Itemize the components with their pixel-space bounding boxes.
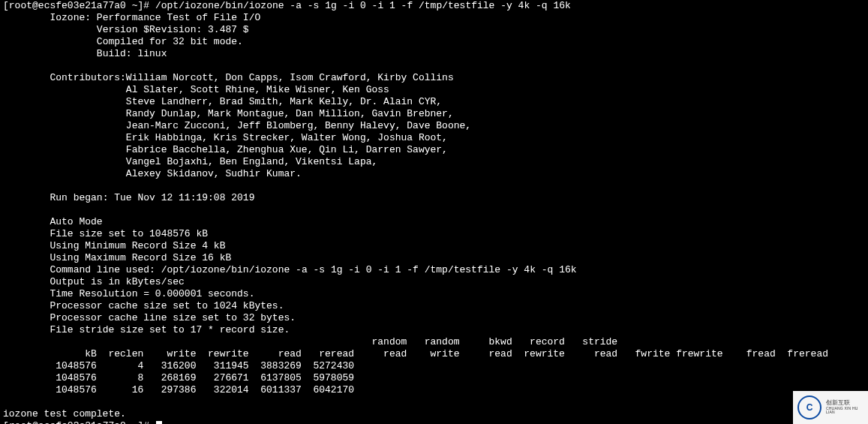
contributors-line-6: Fabrice Bacchella, Zhenghua Xue, Qin Li,… (0, 144, 868, 156)
iozone-title: Iozone: Performance Test of File I/O (0, 12, 868, 24)
blank-line (0, 396, 868, 408)
table-row: 1048576 8 268169 276671 6137805 5978059 (0, 372, 868, 384)
contributors-line-4: Jean-Marc Zucconi, Jeff Blomberg, Benny … (0, 120, 868, 132)
watermark-text: 创新互联 CHUANG XIN HU LIAN (826, 400, 863, 415)
setting-line: Command line used: /opt/iozone/bin/iozon… (0, 264, 868, 276)
watermark-logo-icon: C (797, 395, 821, 419)
blank-line (0, 60, 868, 72)
iozone-compiled: Compiled for 32 bit mode. (0, 36, 868, 48)
table-row: 1048576 16 297386 322014 6011337 6042170 (0, 384, 868, 396)
prompt-user: root (9, 0, 32, 11)
contributors-line-2: Steve Landherr, Brad Smith, Mark Kelly, … (0, 96, 868, 108)
table-header-row-1: random random bkwd record stride (0, 336, 868, 348)
contributors-line-5: Erik Habbinga, Kris Strecker, Walter Won… (0, 132, 868, 144)
setting-line: Processor cache line size set to 32 byte… (0, 312, 868, 324)
setting-line: File stride size set to 17 * record size… (0, 324, 868, 336)
table-row: 1048576 4 316200 311945 3883269 5272430 (0, 360, 868, 372)
contributors-line-1: Al Slater, Scott Rhine, Mike Wisner, Ken… (0, 84, 868, 96)
contributors-line-3: Randy Dunlap, Mark Montague, Dan Million… (0, 108, 868, 120)
setting-line: Processor cache size set to 1024 kBytes. (0, 300, 868, 312)
next-prompt[interactable]: [root@ecsfe03e21a77a0 ~]# (0, 420, 868, 424)
prompt-host: ecsfe03e21a77a0 (38, 0, 126, 11)
shell-prompt-line: [root@ecsfe03e21a77a0 ~]# /opt/iozone/bi… (0, 0, 868, 12)
blank-line (0, 204, 868, 216)
contributors-line-8: Alexey Skidanov, Sudhir Kumar. (0, 168, 868, 180)
iozone-complete: iozone test complete. (0, 408, 868, 420)
setting-line: Using Maximum Record Size 16 kB (0, 252, 868, 264)
contributors-line-0: Contributors:William Norcott, Don Capps,… (0, 72, 868, 84)
run-began: Run began: Tue Nov 12 11:19:08 2019 (0, 192, 868, 204)
iozone-build: Build: linux (0, 48, 868, 60)
setting-line: Auto Mode (0, 216, 868, 228)
prompt-open: [ (3, 0, 9, 11)
cursor-icon (156, 421, 162, 424)
prompt-symbol: # (143, 0, 149, 11)
table-header-row-2: kB reclen write rewrite read reread read… (0, 348, 868, 360)
setting-line: Output is in kBytes/sec (0, 276, 868, 288)
iozone-version: Version $Revision: 3.487 $ (0, 24, 868, 36)
contributors-line-7: Vangel Bojaxhi, Ben England, Vikentsi La… (0, 156, 868, 168)
prompt-cwd: ~ (132, 0, 138, 11)
setting-line: Time Resolution = 0.000001 seconds. (0, 288, 868, 300)
watermark-badge: C 创新互联 CHUANG XIN HU LIAN (793, 391, 868, 424)
setting-line: File size set to 1048576 kB (0, 228, 868, 240)
blank-line (0, 180, 868, 192)
command-text[interactable]: /opt/iozone/bin/iozone -a -s 1g -i 0 -i … (155, 0, 571, 11)
setting-line: Using Minimum Record Size 4 kB (0, 240, 868, 252)
